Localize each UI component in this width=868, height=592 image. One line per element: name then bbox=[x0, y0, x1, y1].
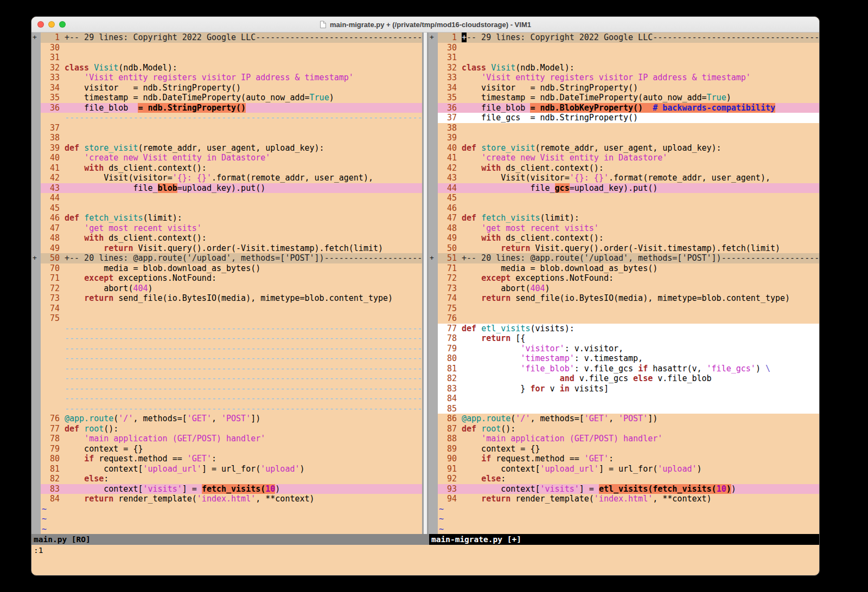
code-row[interactable]: 73 abort(404) bbox=[429, 284, 819, 294]
minimize-button[interactable] bbox=[48, 21, 55, 28]
code-row[interactable]: 85 bbox=[429, 404, 819, 414]
code-row[interactable]: 45 bbox=[31, 203, 422, 214]
code-row[interactable]: 37 bbox=[31, 123, 422, 133]
code-row[interactable]: 49 return Visit.query().order(-Visit.tim… bbox=[31, 243, 422, 254]
code-row[interactable]: 93 context['visits'] = etl_visits(fetch_… bbox=[429, 484, 819, 494]
code-row[interactable]: 33 'Visit entity registers visitor IP ad… bbox=[429, 73, 819, 83]
code-row[interactable]: 89 context = {} bbox=[429, 444, 819, 454]
code-row[interactable]: 33 'Visit entity registers visitor IP ad… bbox=[31, 73, 422, 83]
code-row[interactable]: 72 except exceptions.NotFound: bbox=[429, 273, 819, 284]
code-row[interactable]: 74 return send_file(io.BytesIO(media), m… bbox=[429, 293, 819, 304]
code-row[interactable]: 94 return render_template('index.html', … bbox=[429, 494, 819, 504]
code-row[interactable]: 73 return send_file(io.BytesIO(media), m… bbox=[31, 293, 422, 304]
code-row[interactable]: 71 media = blob.download_as_bytes() bbox=[429, 263, 819, 274]
right-pane-main-migrate-py[interactable]: +1+-- 29 lines: Copyright 2022 Google LL… bbox=[429, 33, 819, 534]
code-row[interactable]: 38 bbox=[31, 133, 422, 143]
code-row[interactable]: 30 bbox=[31, 43, 422, 53]
code-row[interactable]: 40def store_visit(remote_addr, user_agen… bbox=[429, 143, 819, 153]
code-row[interactable]: 82 and v.file_gcs else v.file_blob bbox=[429, 374, 819, 384]
code-row[interactable]: 49 with ds_client.context(): bbox=[429, 233, 819, 243]
code-row[interactable]: 46def fetch_visits(limit): bbox=[31, 213, 422, 223]
code-row[interactable]: 70 media = blob.download_as_bytes() bbox=[31, 263, 422, 274]
code-row[interactable]: 75 bbox=[429, 304, 819, 314]
code-row[interactable]: 45 bbox=[429, 193, 819, 203]
code-row[interactable]: 36 file_blob = ndb.StringProperty() bbox=[31, 103, 422, 113]
code-row[interactable]: 77def root(): bbox=[31, 424, 422, 434]
code-row[interactable]: 90 if request.method == 'GET': bbox=[429, 454, 819, 464]
code-row[interactable]: 44 bbox=[31, 193, 422, 203]
code-row[interactable]: 83 } for v in visits] bbox=[429, 384, 819, 394]
fold-column-plus[interactable]: + bbox=[429, 253, 438, 263]
titlebar[interactable]: main-migrate.py + (/private/tmp/mod16-cl… bbox=[31, 17, 819, 33]
code-row[interactable]: 77def etl_visits(visits): bbox=[429, 324, 819, 334]
close-button[interactable] bbox=[37, 21, 44, 28]
code-row[interactable]: 92 else: bbox=[429, 474, 819, 484]
code-row[interactable]: 34 visitor = ndb.StringProperty() bbox=[31, 83, 422, 93]
code-row[interactable]: 46 bbox=[429, 203, 819, 214]
code-row[interactable]: 81 context['upload_url'] = url_for('uplo… bbox=[31, 464, 422, 474]
fold-row[interactable]: +1+-- 29 lines: Copyright 2022 Google LL… bbox=[31, 33, 422, 43]
code-row[interactable]: 76 bbox=[429, 313, 819, 324]
code-row[interactable]: 31 bbox=[429, 53, 819, 63]
code-row[interactable]: 83 context['visits'] = fetch_visits(10) bbox=[31, 484, 422, 494]
code-row[interactable]: 37 file_gcs = ndb.StringProperty() bbox=[429, 113, 819, 123]
code-row[interactable]: 79 context = {} bbox=[31, 444, 422, 454]
code-row[interactable]: 80 'timestamp': v.timestamp, bbox=[429, 353, 819, 364]
code-row[interactable]: 72 abort(404) bbox=[31, 284, 422, 294]
code-row[interactable]: 79 'visitor': v.visitor, bbox=[429, 344, 819, 354]
fold-column-cell bbox=[429, 263, 438, 274]
code-row[interactable]: 76@app.route('/', methods=['GET', 'POST'… bbox=[31, 414, 422, 424]
code-row[interactable]: 39 bbox=[429, 133, 819, 143]
code-row[interactable]: 35 timestamp = ndb.DateTimeProperty(auto… bbox=[31, 93, 422, 103]
code-row[interactable]: 75 bbox=[31, 313, 422, 324]
code-row[interactable]: 44 file_gcs=upload_key).put() bbox=[429, 183, 819, 194]
code-row[interactable]: 41 with ds_client.context(): bbox=[31, 163, 422, 173]
fold-column-plus[interactable]: + bbox=[429, 33, 438, 43]
code-row[interactable]: 32class Visit(ndb.Model): bbox=[429, 63, 819, 73]
code-row[interactable]: 87def root(): bbox=[429, 424, 819, 434]
code-row[interactable]: 47 'get most recent visits' bbox=[31, 223, 422, 234]
code-row[interactable]: 84 return render_template('index.html', … bbox=[31, 494, 422, 504]
code-row[interactable]: 82 else: bbox=[31, 474, 422, 484]
code-row[interactable]: 38 bbox=[429, 123, 819, 133]
code-row[interactable]: 42 with ds_client.context(): bbox=[429, 163, 819, 173]
code-row[interactable]: 31 bbox=[31, 53, 422, 63]
code-row[interactable]: 32class Visit(ndb.Model): bbox=[31, 63, 422, 73]
zoom-button[interactable] bbox=[59, 21, 66, 28]
fold-row[interactable]: +50+-- 20 lines: @app.route('/upload', m… bbox=[31, 253, 422, 263]
fold-column-plus[interactable]: + bbox=[31, 253, 41, 263]
code-row[interactable]: 86@app.route('/', methods=['GET', 'POST'… bbox=[429, 414, 819, 424]
code-row[interactable]: 71 except exceptions.NotFound: bbox=[31, 273, 422, 284]
code-row[interactable]: 36 file_blob = ndb.BlobKeyProperty() # b… bbox=[429, 103, 819, 113]
code-row[interactable]: 30 bbox=[429, 43, 819, 53]
code-row[interactable]: 91 context['upload_url'] = url_for('uplo… bbox=[429, 464, 819, 474]
vertical-split-separator[interactable] bbox=[422, 33, 429, 534]
code-row[interactable]: 43 Visit(visitor='{}: {}'.format(remote_… bbox=[429, 173, 819, 183]
code-row[interactable]: 78 return [{ bbox=[429, 333, 819, 344]
command-line[interactable]: :1 bbox=[31, 545, 819, 556]
code-row[interactable]: 80 if request.method == 'GET': bbox=[31, 454, 422, 464]
fold-row[interactable]: +1+-- 29 lines: Copyright 2022 Google LL… bbox=[429, 33, 819, 43]
left-pane-main-py[interactable]: +1+-- 29 lines: Copyright 2022 Google LL… bbox=[31, 33, 422, 534]
statusline-right[interactable]: main-migrate.py [+] bbox=[429, 534, 819, 545]
code-row[interactable]: 74 bbox=[31, 304, 422, 314]
code-row[interactable]: 35 timestamp = ndb.DateTimeProperty(auto… bbox=[429, 93, 819, 103]
line-number: 30 bbox=[41, 43, 65, 53]
fold-column-plus[interactable]: + bbox=[31, 33, 41, 43]
code-row[interactable]: 81 'file_blob': v.file_gcs if hasattr(v,… bbox=[429, 364, 819, 374]
code-row[interactable]: 39def store_visit(remote_addr, user_agen… bbox=[31, 143, 422, 153]
code-row[interactable]: 48 'get most recent visits' bbox=[429, 223, 819, 234]
code-row[interactable]: 48 with ds_client.context(): bbox=[31, 233, 422, 243]
code-row[interactable]: 34 visitor = ndb.StringProperty() bbox=[429, 83, 819, 93]
code-row[interactable]: 40 'create new Visit entity in Datastore… bbox=[31, 153, 422, 163]
code-row[interactable]: 78 'main application (GET/POST) handler' bbox=[31, 434, 422, 444]
code-row[interactable]: 43 file_blob=upload_key).put() bbox=[31, 183, 422, 194]
code-row[interactable]: 84 bbox=[429, 394, 819, 404]
code-row[interactable]: 88 'main application (GET/POST) handler' bbox=[429, 434, 819, 444]
statusline-left[interactable]: main.py [RO] bbox=[31, 534, 429, 545]
code-row[interactable]: 41 'create new Visit entity in Datastore… bbox=[429, 153, 819, 163]
code-row[interactable]: 47def fetch_visits(limit): bbox=[429, 213, 819, 223]
code-row[interactable]: 42 Visit(visitor='{}: {}'.format(remote_… bbox=[31, 173, 422, 183]
code-row[interactable]: 50 return Visit.query().order(-Visit.tim… bbox=[429, 243, 819, 254]
fold-row[interactable]: +51+-- 20 lines: @app.route('/upload', m… bbox=[429, 253, 819, 263]
